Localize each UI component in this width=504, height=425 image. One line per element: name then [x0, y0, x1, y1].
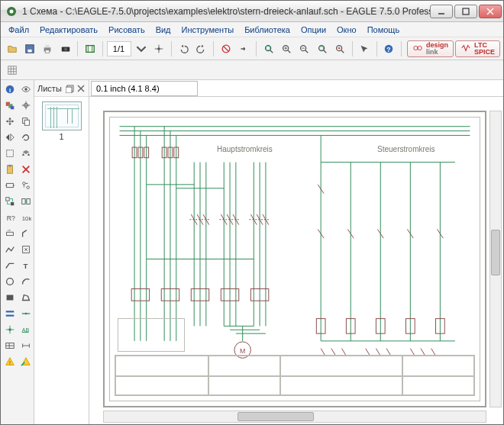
- rect-tool[interactable]: [2, 290, 18, 305]
- menu-view[interactable]: Вид: [151, 24, 176, 36]
- rotate-tool[interactable]: [18, 130, 34, 145]
- print-button[interactable]: [40, 40, 56, 57]
- grid-button[interactable]: [4, 62, 21, 79]
- replace-tool[interactable]: [2, 194, 18, 209]
- sheets-panel: Листы 1: [34, 80, 89, 424]
- open-button[interactable]: [4, 40, 20, 57]
- board-button[interactable]: [82, 40, 98, 57]
- undo-button[interactable]: [176, 40, 192, 57]
- gateswap-tool[interactable]: [18, 194, 34, 209]
- menu-window[interactable]: Окно: [332, 24, 361, 36]
- designlink-button[interactable]: designlink: [407, 40, 454, 57]
- wire-tool[interactable]: [2, 258, 18, 273]
- close-button[interactable]: [479, 5, 502, 18]
- mirror-tool[interactable]: [2, 130, 18, 145]
- show-button[interactable]: [151, 40, 167, 57]
- menu-edit[interactable]: Редактировать: [35, 24, 102, 36]
- maximize-button[interactable]: [454, 5, 477, 18]
- menu-help[interactable]: Помощь: [363, 24, 405, 36]
- go-button[interactable]: [236, 40, 252, 57]
- vscroll-thumb[interactable]: [491, 230, 500, 275]
- zoom-value[interactable]: 1/1: [107, 41, 131, 56]
- zoom-in-button[interactable]: [278, 40, 294, 57]
- copy-tool[interactable]: [18, 114, 34, 129]
- menu-options[interactable]: Опции: [296, 24, 331, 36]
- svg-text:i: i: [9, 87, 11, 94]
- minimize-button[interactable]: [430, 5, 453, 18]
- zoom-fit-button[interactable]: [260, 40, 276, 57]
- app-icon: [5, 5, 18, 18]
- split-tool[interactable]: [2, 242, 18, 257]
- title-block: [115, 355, 475, 396]
- app-window: 1 Схема - C:\EAGLE-7.5.0\projects\exampl…: [0, 0, 504, 425]
- zoom-group: 1/1: [107, 40, 150, 57]
- attribute-tool[interactable]: [2, 338, 18, 353]
- invoke-tool[interactable]: [18, 242, 34, 257]
- show-tool[interactable]: [18, 82, 34, 97]
- text-tool[interactable]: T: [18, 258, 34, 273]
- svg-point-47: [24, 88, 27, 91]
- change-tool[interactable]: [18, 146, 34, 161]
- motor-label: M: [240, 347, 245, 355]
- erc-tool[interactable]: !: [2, 354, 18, 369]
- zoom-dropdown[interactable]: [133, 40, 150, 57]
- junction-tool[interactable]: [2, 322, 18, 337]
- ltspice-button[interactable]: LTCSPICE: [455, 40, 500, 57]
- zoom-select-button[interactable]: [331, 40, 347, 57]
- mark-tool[interactable]: [18, 98, 34, 113]
- help-button[interactable]: ?: [381, 40, 397, 57]
- menu-draw[interactable]: Рисовать: [104, 24, 150, 36]
- menu-tools[interactable]: Инструменты: [177, 24, 239, 36]
- circle-tool[interactable]: [2, 274, 18, 289]
- layers-tool[interactable]: [2, 98, 18, 113]
- value-tool[interactable]: 10k: [18, 210, 34, 225]
- bus-tool[interactable]: [2, 306, 18, 321]
- drop-button[interactable]: [357, 40, 373, 57]
- errors-tool[interactable]: [18, 354, 34, 369]
- smash-tool[interactable]: ab: [2, 226, 18, 241]
- delete-tool[interactable]: [18, 162, 34, 177]
- info-tool[interactable]: i: [2, 82, 18, 97]
- paste-tool[interactable]: [2, 162, 18, 177]
- pinswap-tool[interactable]: [18, 178, 34, 193]
- titlebar: 1 Схема - C:\EAGLE-7.5.0\projects\exampl…: [1, 1, 503, 22]
- net-tool[interactable]: [18, 306, 34, 321]
- name-tool[interactable]: R?: [2, 210, 18, 225]
- menu-file[interactable]: Файл: [4, 24, 34, 36]
- window-title: 1 Схема - C:\EAGLE-7.5.0\projects\exampl…: [22, 6, 430, 17]
- group-tool[interactable]: [2, 146, 18, 161]
- sheet-thumbnail[interactable]: [42, 101, 82, 130]
- canvas[interactable]: Hauptstromkreis Steuerstromkreis: [89, 97, 503, 424]
- cam-button[interactable]: [57, 40, 73, 57]
- save-button[interactable]: [21, 40, 37, 57]
- arc-tool[interactable]: [18, 274, 34, 289]
- svg-point-86: [8, 328, 11, 331]
- add-tool[interactable]: [2, 178, 18, 193]
- svg-rect-70: [22, 199, 25, 204]
- tool-palette: i R? 10k ab: [1, 80, 34, 424]
- zoom-out-button[interactable]: [296, 40, 312, 57]
- miter-tool[interactable]: [18, 226, 34, 241]
- close-panel-icon[interactable]: [76, 84, 86, 93]
- hscroll-thumb[interactable]: [237, 412, 314, 421]
- main-body: i R? 10k ab: [1, 80, 503, 424]
- polygon-tool[interactable]: [18, 290, 34, 305]
- svg-point-67: [27, 186, 30, 189]
- zoom-redraw-button[interactable]: [314, 40, 330, 57]
- dimension-tool[interactable]: [18, 338, 34, 353]
- cancel-button[interactable]: [218, 40, 234, 57]
- redo-button[interactable]: [193, 40, 209, 57]
- label-tool[interactable]: AB: [18, 322, 34, 337]
- svg-text:?: ?: [387, 45, 391, 53]
- separator: [376, 41, 377, 56]
- menu-library[interactable]: Библиотека: [240, 24, 295, 36]
- horizontal-scrollbar[interactable]: [103, 411, 486, 423]
- separator: [77, 41, 78, 56]
- vertical-scrollbar[interactable]: [489, 111, 502, 407]
- menubar: Файл Редактировать Рисовать Вид Инструме…: [1, 22, 503, 37]
- main-toolbar: 1/1 ? designlink LTCSPICE: [1, 37, 503, 60]
- move-tool[interactable]: [2, 114, 18, 129]
- svg-text:R?: R?: [7, 214, 15, 222]
- undock-icon[interactable]: [66, 84, 75, 93]
- svg-text:10k: 10k: [22, 215, 31, 222]
